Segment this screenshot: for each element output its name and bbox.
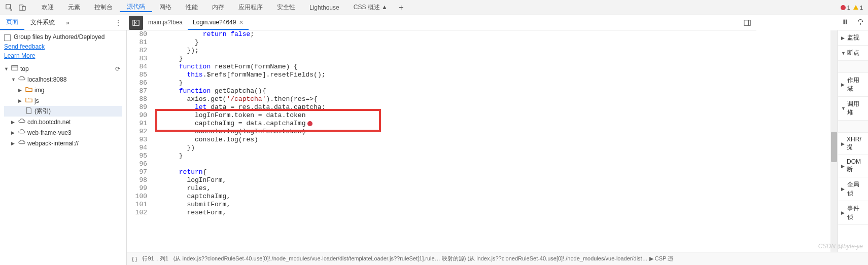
code-line[interactable]: console.log(logInForm.token) [155, 128, 838, 136]
code-line[interactable]: return{ [155, 168, 838, 176]
code-line[interactable]: resetForm, [155, 209, 838, 217]
code-line[interactable]: this.$refs[formName].resetFields(); [155, 71, 838, 79]
section-header[interactable]: ▶XHR/提 [838, 133, 868, 155]
code-line[interactable]: } [155, 79, 838, 87]
tab-performance[interactable]: 性能 [179, 3, 205, 12]
code-area[interactable]: return false; } }); } function resetForm… [155, 30, 838, 265]
code-line[interactable]: function resetForm(formName) { [155, 63, 838, 71]
tree-host[interactable]: localhost:8088 [4, 74, 122, 85]
line-number[interactable]: 101 [127, 201, 147, 209]
line-number[interactable]: 94 [127, 144, 147, 152]
section-header[interactable]: ▶作用域 [838, 73, 868, 96]
close-icon[interactable]: × [239, 18, 243, 26]
step-icon[interactable] [857, 18, 864, 27]
line-number[interactable]: 91 [127, 120, 147, 128]
toggle-navigator-icon[interactable] [129, 16, 143, 30]
code-editor[interactable]: 8081828384858687888990919293949596979899… [127, 30, 838, 265]
code-line[interactable]: rules, [155, 184, 838, 193]
code-line[interactable]: }); [155, 47, 838, 55]
editor-scrollbar[interactable] [830, 30, 838, 252]
lp-tab-filesystem[interactable]: 文件系统 [24, 15, 61, 30]
code-line[interactable] [155, 160, 838, 168]
lp-tab-page[interactable]: 页面 [0, 15, 24, 30]
tab-cssoverview[interactable]: CSS 概述 ▲ [346, 3, 395, 12]
editor-tab-loginvue[interactable]: Login.vue?4649 × [188, 15, 249, 30]
section-header[interactable]: ▶监视 [838, 30, 868, 45]
line-number[interactable]: 98 [127, 176, 147, 184]
code-line[interactable]: } [155, 55, 838, 63]
line-number[interactable]: 81 [127, 39, 147, 47]
section-header[interactable]: ▼调用堆 [838, 97, 868, 120]
tab-application[interactable]: 应用程序 [231, 3, 270, 12]
tab-memory[interactable]: 内存 [205, 3, 231, 12]
code-line[interactable]: logInForm.token = data.token [155, 111, 838, 120]
tab-network[interactable]: 网络 [152, 3, 179, 12]
pause-icon[interactable] [842, 18, 849, 27]
toggle-debugger-icon[interactable] [741, 17, 753, 29]
code-line[interactable]: function getCaptcha(){ [155, 87, 838, 95]
code-line[interactable]: }) [155, 144, 838, 152]
code-line[interactable]: console.log(res) [155, 136, 838, 144]
code-line[interactable]: } [155, 152, 838, 160]
checkbox[interactable] [4, 34, 11, 41]
line-number[interactable]: 99 [127, 184, 147, 193]
section-header[interactable]: ▶全局侦 [838, 177, 868, 201]
code-line[interactable]: submitForm, [155, 201, 838, 209]
section-header[interactable]: ▶事件侦 [838, 201, 868, 224]
group-files-option[interactable]: Group files by Authored/Deployed [4, 33, 122, 41]
tree-top[interactable]: top ⟳ [4, 63, 122, 74]
tree-folder-img[interactable]: img [4, 85, 122, 95]
code-line[interactable]: let data = res.data.data.captcha; [155, 103, 838, 111]
tab-lighthouse[interactable]: Lighthouse [302, 4, 346, 11]
tab-sources[interactable]: 源代码 [120, 3, 152, 12]
device-toggle-icon[interactable] [16, 2, 28, 14]
line-number[interactable]: 86 [127, 79, 147, 87]
line-number[interactable]: 87 [127, 87, 147, 95]
line-number[interactable]: 93 [127, 136, 147, 144]
line-number[interactable]: 88 [127, 95, 147, 103]
section-header[interactable]: ▼断点 [838, 46, 868, 60]
code-line[interactable]: captchaImg = data.captchaImg [155, 120, 838, 128]
tree-index-file[interactable]: (索引) [4, 106, 122, 117]
line-number[interactable]: 96 [127, 160, 147, 168]
code-line[interactable]: captchaImg, [155, 193, 838, 201]
line-number[interactable]: 85 [127, 71, 147, 79]
scrollbar-thumb[interactable] [831, 132, 837, 162]
inspect-icon[interactable] [3, 2, 15, 14]
code-line[interactable]: return false; [155, 30, 838, 39]
line-number[interactable]: 83 [127, 55, 147, 63]
editor-tab-mainjs[interactable]: main.js?fbea [143, 15, 188, 30]
braces-icon[interactable]: { } [132, 256, 137, 262]
line-number[interactable]: 100 [127, 193, 147, 201]
tab-welcome[interactable]: 欢迎 [34, 3, 61, 12]
refresh-icon[interactable]: ⟳ [115, 65, 122, 72]
line-number[interactable]: 102 [127, 209, 147, 217]
line-number[interactable]: 89 [127, 103, 147, 111]
code-line[interactable]: axios.get('/captcha').then(res=>{ [155, 95, 838, 103]
error-count-badge[interactable]: 1 [841, 5, 850, 11]
line-number[interactable]: 92 [127, 128, 147, 136]
tab-security[interactable]: 安全性 [270, 3, 302, 12]
line-number[interactable]: 80 [127, 30, 147, 39]
tree-folder-js[interactable]: js [4, 95, 122, 106]
lp-more-tabs[interactable]: » [61, 19, 75, 26]
line-number[interactable]: 95 [127, 152, 147, 160]
tree-domain-cdn[interactable]: cdn.bootcdn.net [4, 117, 122, 127]
tab-elements[interactable]: 元素 [61, 3, 87, 12]
code-line[interactable]: } [155, 39, 838, 47]
lp-menu-icon[interactable]: ⋮ [110, 19, 127, 27]
learn-more-link[interactable]: Learn More [4, 52, 122, 59]
line-number[interactable]: 97 [127, 168, 147, 176]
line-number[interactable]: 90 [127, 111, 147, 120]
code-line[interactable]: logInForm, [155, 176, 838, 184]
tree-domain-webframe[interactable]: web-frame-vue3 [4, 127, 122, 138]
line-number[interactable]: 84 [127, 63, 147, 71]
warning-count-badge[interactable]: 1 [853, 5, 863, 11]
line-number[interactable]: 82 [127, 47, 147, 55]
tab-console[interactable]: 控制台 [87, 3, 120, 12]
send-feedback-link[interactable]: Send feedback [4, 43, 122, 50]
caret-icon [4, 66, 9, 71]
section-header[interactable]: ▶DOM 断 [838, 155, 868, 177]
add-tab-button[interactable]: + [395, 3, 407, 12]
tree-domain-webpack[interactable]: webpack-internal:// [4, 138, 122, 148]
